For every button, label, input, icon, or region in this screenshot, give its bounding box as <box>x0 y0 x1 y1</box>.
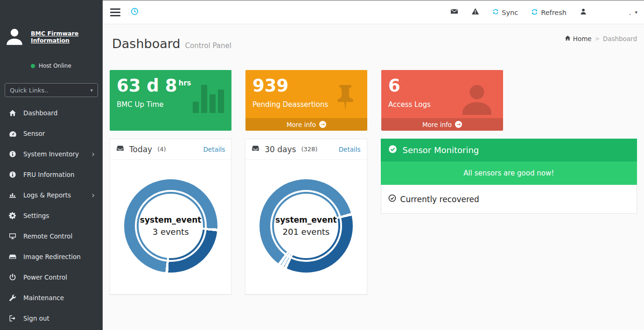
sync-label: Sync <box>502 9 518 16</box>
host-online-dot-icon <box>31 64 35 68</box>
user-dropdown[interactable]: . ▾ <box>600 9 637 16</box>
power-icon <box>8 274 17 281</box>
chevron-right-icon: › <box>91 191 95 199</box>
sensor-monitoring-header: Sensor Monitoring <box>381 139 637 161</box>
user-icon[interactable] <box>580 8 587 17</box>
sidebar-item-sign-out[interactable]: Sign out <box>0 308 103 329</box>
sync-button[interactable]: Sync <box>492 8 518 16</box>
profile-section: BMC Firmware Information Host Online <box>0 0 103 69</box>
monitor-icon <box>8 232 17 240</box>
sensor-monitoring-title: Sensor Monitoring <box>403 145 479 155</box>
sidebar-menu: Dashboard Sensor System Inventory › FRU … <box>0 103 103 329</box>
sidebar-item-label: Dashboard <box>23 109 57 117</box>
info-icon <box>8 171 17 178</box>
panel-title: Today <box>129 145 152 154</box>
bar-chart-icon <box>8 191 17 199</box>
refresh-button[interactable]: Refresh <box>531 8 567 17</box>
home-icon <box>565 35 571 42</box>
wrench-icon <box>8 294 17 302</box>
summary-cards-row: 63 d 8hrs BMC Up Time 939 Pending Deasse… <box>103 61 644 131</box>
warning-icon[interactable] <box>471 7 479 17</box>
sensor-recovered-row[interactable]: Currently recovered <box>381 185 637 214</box>
access-logs-label: Access Logs <box>388 100 496 109</box>
events-today-panel: Today (4) Details system_event 3 events <box>110 139 231 295</box>
sign-out-icon <box>8 315 17 322</box>
donut-center-sublabel: 3 events <box>153 227 189 237</box>
host-status: Host Online <box>31 63 98 69</box>
refresh-label: Refresh <box>541 9 567 16</box>
donut-center-label: system_event <box>140 215 202 225</box>
sidebar-item-label: Sensor <box>23 130 45 137</box>
access-logs-more-info[interactable]: More info → <box>381 118 503 131</box>
sidebar-toggle-button[interactable] <box>109 7 121 18</box>
quick-links-placeholder: Quick Links.. <box>10 87 49 94</box>
sidebar-item-maintenance[interactable]: Maintenance <box>0 288 103 308</box>
breadcrumb-separator: > <box>595 35 600 42</box>
user-avatar-icon <box>4 26 25 69</box>
arrow-circle-right-icon: → <box>455 121 462 128</box>
info-icon <box>8 150 17 158</box>
sidebar-item-image-redirection[interactable]: Image Redirection <box>0 246 103 267</box>
sidebar-item-system-inventory[interactable]: System Inventory › <box>0 144 103 164</box>
panel-title: 30 days <box>265 145 296 154</box>
refresh-icon <box>531 8 538 17</box>
inbox-icon <box>116 144 124 154</box>
check-circle-icon <box>388 145 397 155</box>
bmc-firmware-info-link[interactable]: BMC Firmware Information <box>31 30 98 44</box>
gear-icon <box>8 212 17 219</box>
sidebar-item-label: Maintenance <box>23 294 64 302</box>
donut-center-sublabel: 201 events <box>283 227 330 237</box>
details-link[interactable]: Details <box>203 146 225 153</box>
caret-down-icon: ▾ <box>635 9 637 15</box>
host-status-label: Host Online <box>39 63 71 69</box>
panels-row: Today (4) Details system_event 3 events <box>103 131 644 295</box>
access-logs-card[interactable]: 6 Access Logs More info → <box>381 70 503 131</box>
sidebar-item-fru-information[interactable]: FRU Information <box>0 164 103 185</box>
events-30days-donut-chart[interactable]: system_event 201 events <box>259 179 353 273</box>
sidebar-item-settings[interactable]: Settings <box>0 205 103 226</box>
chevron-right-icon: › <box>91 150 95 158</box>
quick-links-dropdown[interactable]: Quick Links.. ▾ <box>5 83 98 97</box>
sidebar-item-label: Logs & Reports <box>23 191 71 199</box>
sidebar-item-remote-control[interactable]: Remote Control <box>0 226 103 246</box>
sidebar-item-label: System Inventory <box>23 150 79 158</box>
sensor-recovered-label: Currently recovered <box>400 195 479 204</box>
topbar: Sync Refresh . ▾ <box>103 0 644 24</box>
access-logs-value: 6 <box>388 76 496 96</box>
donut-center-label: system_event <box>275 215 337 225</box>
pending-deassertions-card[interactable]: 939 Pending Deassertions More info → <box>245 70 367 131</box>
page-subtitle: Control Panel <box>185 42 231 50</box>
sidebar-item-label: Remote Control <box>23 232 72 240</box>
caret-down-icon: ▾ <box>90 87 93 93</box>
sidebar-item-logs-reports[interactable]: Logs & Reports › <box>0 185 103 205</box>
sidebar-item-label: Image Redirection <box>23 253 81 260</box>
details-link[interactable]: Details <box>339 146 361 153</box>
sidebar-item-sensor[interactable]: Sensor <box>0 123 103 144</box>
sidebar-item-label: Sign out <box>23 315 49 322</box>
pending-deassertions-label: Pending Deassertions <box>252 100 360 109</box>
sensor-status-message: All sensors are good now! <box>381 161 637 185</box>
bmc-uptime-card[interactable]: 63 d 8hrs BMC Up Time <box>110 70 231 131</box>
sidebar-item-power-control[interactable]: Power Control <box>0 267 103 288</box>
clock-icon[interactable] <box>131 7 139 17</box>
breadcrumb: Home > Dashboard <box>565 35 637 43</box>
inbox-icon <box>252 144 259 154</box>
sync-icon <box>492 8 499 16</box>
sidebar-item-label: Power Control <box>23 274 67 281</box>
content-header: Dashboard Control Panel Home > Dashboard <box>103 24 644 61</box>
pending-deassertions-value: 939 <box>252 76 360 96</box>
hdd-icon <box>8 253 17 260</box>
page-title: Dashboard <box>112 36 180 51</box>
sensor-monitoring-panel: Sensor Monitoring All sensors are good n… <box>381 139 637 214</box>
user-label: . <box>629 9 631 16</box>
bmc-uptime-label: BMC Up Time <box>117 100 224 109</box>
messages-icon[interactable] <box>450 7 458 17</box>
breadcrumb-home-link[interactable]: Home <box>565 35 592 42</box>
sidebar-item-label: Settings <box>23 212 49 219</box>
sidebar-item-dashboard[interactable]: Dashboard <box>0 103 103 123</box>
events-today-donut-chart[interactable]: system_event 3 events <box>124 179 217 273</box>
arrow-circle-right-icon: → <box>319 121 326 128</box>
breadcrumb-current: Dashboard <box>603 35 637 42</box>
pending-deassertions-more-info[interactable]: More info → <box>245 118 367 131</box>
events-30days-panel: 30 days (328) Details system_event 201 e… <box>245 139 367 295</box>
